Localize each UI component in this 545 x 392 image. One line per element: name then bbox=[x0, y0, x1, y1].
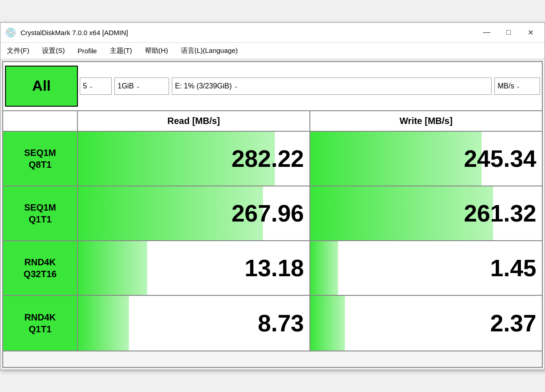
controls-inner: 5 ⌄ 1GiB ⌄ E: 1% (3/239GiB) ⌄ MB/s ⌄ bbox=[80, 77, 540, 95]
header-row: Read [MB/s] Write [MB/s] bbox=[3, 111, 542, 132]
write-cell-seq1m-q1t1: 261.32 bbox=[310, 186, 542, 240]
statusbar bbox=[3, 351, 542, 367]
menu-language[interactable]: 语言(L)(Language) bbox=[178, 46, 241, 56]
minimize-button[interactable]: — bbox=[476, 25, 497, 40]
write-cell-seq1m-q8t1: 245.34 bbox=[310, 132, 542, 186]
read-cell-seq1m-q1t1: 267.96 bbox=[78, 186, 310, 240]
read-cell-rnd4k-q1t1: 8.73 bbox=[78, 296, 310, 351]
close-button[interactable]: ✕ bbox=[520, 25, 541, 40]
menubar: 文件(F) 设置(S) Profile 主题(T) 帮助(H) 语言(L)(La… bbox=[0, 43, 545, 59]
write-value-rnd4k-q32t16: 1.45 bbox=[490, 254, 536, 282]
size-chevron: ⌄ bbox=[136, 83, 140, 89]
write-value-seq1m-q1t1: 261.32 bbox=[464, 200, 536, 227]
read-value-seq1m-q8t1: 282.22 bbox=[231, 145, 304, 172]
count-dropdown[interactable]: 5 ⌄ bbox=[80, 77, 112, 95]
row-label-seq1m-q8t1: SEQ1MQ8T1 bbox=[3, 132, 78, 186]
unit-chevron: ⌄ bbox=[516, 83, 520, 89]
menu-theme[interactable]: 主题(T) bbox=[107, 46, 135, 56]
main-content: All 5 ⌄ 1GiB ⌄ E: 1% (3/239GiB) ⌄ MB/s ⌄ bbox=[2, 61, 543, 368]
read-value-seq1m-q1t1: 267.96 bbox=[231, 200, 304, 227]
window-title: CrystalDiskMark 7.0.0 x64 [ADMIN] bbox=[21, 29, 476, 36]
write-bar-rnd4k-q32t16 bbox=[310, 241, 338, 295]
menu-file[interactable]: 文件(F) bbox=[4, 46, 32, 56]
write-value-rnd4k-q1t1: 2.37 bbox=[490, 309, 536, 337]
read-value-rnd4k-q32t16: 13.18 bbox=[245, 254, 304, 282]
table-row: RND4KQ32T16 13.18 1.45 bbox=[3, 241, 542, 296]
read-cell-seq1m-q8t1: 282.22 bbox=[78, 132, 310, 186]
header-read: Read [MB/s] bbox=[78, 111, 310, 131]
app-icon: 💿 bbox=[4, 26, 17, 39]
app-window: 💿 CrystalDiskMark 7.0.0 x64 [ADMIN] — □ … bbox=[0, 22, 545, 370]
row-label-rnd4k-q32t16: RND4KQ32T16 bbox=[3, 241, 78, 295]
table-row: RND4KQ1T1 8.73 2.37 bbox=[3, 296, 542, 351]
row-label-rnd4k-q1t1: RND4KQ1T1 bbox=[3, 296, 78, 351]
data-rows: SEQ1MQ8T1 282.22 245.34 SEQ1MQ1T1 267.96… bbox=[3, 132, 542, 351]
drive-value: E: 1% (3/239GiB) bbox=[175, 82, 232, 90]
unit-dropdown[interactable]: MB/s ⌄ bbox=[494, 77, 540, 95]
write-value-seq1m-q8t1: 245.34 bbox=[464, 145, 536, 172]
menu-settings[interactable]: 设置(S) bbox=[39, 46, 67, 56]
read-bar-rnd4k-q32t16 bbox=[78, 241, 147, 295]
write-bar-seq1m-q8t1 bbox=[310, 132, 482, 186]
write-cell-rnd4k-q32t16: 1.45 bbox=[310, 241, 542, 295]
drive-chevron: ⌄ bbox=[234, 83, 238, 89]
count-value: 5 bbox=[83, 82, 87, 90]
row-label-seq1m-q1t1: SEQ1MQ1T1 bbox=[3, 186, 78, 240]
read-value-rnd4k-q1t1: 8.73 bbox=[258, 309, 304, 337]
drive-dropdown[interactable]: E: 1% (3/239GiB) ⌄ bbox=[172, 77, 492, 95]
header-spacer bbox=[3, 111, 78, 131]
count-chevron: ⌄ bbox=[89, 83, 93, 89]
titlebar: 💿 CrystalDiskMark 7.0.0 x64 [ADMIN] — □ … bbox=[0, 23, 545, 43]
unit-value: MB/s bbox=[498, 82, 514, 90]
read-bar-rnd4k-q1t1 bbox=[78, 296, 129, 351]
top-controls: All 5 ⌄ 1GiB ⌄ E: 1% (3/239GiB) ⌄ MB/s ⌄ bbox=[3, 62, 542, 111]
maximize-button[interactable]: □ bbox=[498, 25, 519, 40]
menu-help[interactable]: 帮助(H) bbox=[142, 46, 171, 56]
size-value: 1GiB bbox=[118, 82, 134, 90]
all-button[interactable]: All bbox=[5, 66, 78, 107]
header-write: Write [MB/s] bbox=[310, 111, 542, 131]
size-dropdown[interactable]: 1GiB ⌄ bbox=[114, 77, 169, 95]
window-controls: — □ ✕ bbox=[476, 25, 541, 40]
menu-profile[interactable]: Profile bbox=[75, 46, 100, 56]
write-cell-rnd4k-q1t1: 2.37 bbox=[310, 296, 542, 351]
table-row: SEQ1MQ1T1 267.96 261.32 bbox=[3, 186, 542, 241]
table-row: SEQ1MQ8T1 282.22 245.34 bbox=[3, 132, 542, 186]
read-cell-rnd4k-q32t16: 13.18 bbox=[78, 241, 310, 295]
write-bar-rnd4k-q1t1 bbox=[310, 296, 345, 351]
